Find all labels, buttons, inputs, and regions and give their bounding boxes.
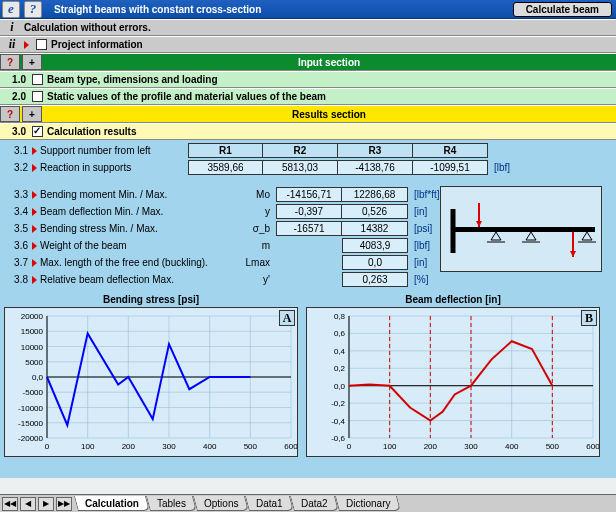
metric-symbol: m <box>240 240 276 251</box>
metric-min: -14156,71 <box>276 187 342 202</box>
svg-marker-5 <box>570 251 576 257</box>
metric-label: Weight of the beam <box>40 240 240 251</box>
beam-diagram-svg <box>441 187 603 273</box>
input-row-2[interactable]: 2.0 Static values of the profile and mat… <box>0 88 616 105</box>
svg-text:600: 600 <box>284 442 298 451</box>
tab-data2[interactable]: Data2 <box>290 496 339 511</box>
row-index: 3.6 <box>4 240 32 251</box>
unit-label: [lbf*ft] <box>408 189 440 200</box>
svg-text:0: 0 <box>347 442 352 451</box>
beam-deflection-chart-wrap: Beam deflection [in] B 01002003004005006… <box>306 292 600 457</box>
svg-text:20000: 20000 <box>21 312 44 321</box>
app-icon[interactable]: e <box>2 1 20 18</box>
beam-type-checkbox[interactable] <box>32 74 43 85</box>
metric-symbol: y' <box>240 274 276 285</box>
beam-deflection-chart: B 0100200300400500600-0,6-0,4-0,20,00,20… <box>306 307 600 457</box>
svg-marker-6 <box>491 232 501 240</box>
svg-text:-20000: -20000 <box>18 434 43 443</box>
metric-label: Max. length of the free end (buckling). <box>40 257 240 268</box>
results-help-button[interactable]: ? <box>0 106 20 122</box>
r3-header: R3 <box>338 143 413 158</box>
expand-icon[interactable] <box>32 259 37 267</box>
row-label: Static values of the profile and materia… <box>47 91 326 102</box>
r2-header: R2 <box>263 143 338 158</box>
expand-icon[interactable] <box>32 276 37 284</box>
svg-text:0,2: 0,2 <box>334 364 346 373</box>
bending-stress-title: Bending stress [psi] <box>4 292 298 307</box>
tab-nav-last[interactable]: ▶▶ <box>56 497 72 511</box>
metric-max: 0,0 <box>342 255 408 270</box>
metric-max: 12286,68 <box>342 187 408 202</box>
metric-max: 0,526 <box>342 204 408 219</box>
metric-label: Bending stress Min. / Max. <box>40 223 240 234</box>
expand-icon[interactable] <box>32 225 37 233</box>
svg-text:400: 400 <box>203 442 217 451</box>
metric-label: Relative beam deflection Max. <box>40 274 240 285</box>
input-help-button[interactable]: ? <box>0 54 20 70</box>
static-values-checkbox[interactable] <box>32 91 43 102</box>
row-index: 3.7 <box>4 257 32 268</box>
support-header-row: 3.1 Support number from left R1 R2 R3 R4 <box>4 142 612 159</box>
tab-tables[interactable]: Tables <box>146 496 197 511</box>
row-index: 3.4 <box>4 206 32 217</box>
r1-header: R1 <box>188 143 263 158</box>
row-index: 1.0 <box>0 74 28 85</box>
status-row-i: i Calculation without errors. <box>0 19 616 36</box>
expand-icon[interactable] <box>32 147 37 155</box>
page-title: Straight beams with constant cross-secti… <box>44 4 513 15</box>
results-row-30[interactable]: 3.0 Calculation results <box>0 123 616 140</box>
svg-marker-8 <box>582 232 592 240</box>
beam-diagram <box>440 186 602 272</box>
input-row-1[interactable]: 1.0 Beam type, dimensions and loading <box>0 71 616 88</box>
metric-max: 14382 <box>342 221 408 236</box>
svg-text:-10000: -10000 <box>18 404 43 413</box>
svg-text:-5000: -5000 <box>23 388 44 397</box>
unit-label: [lbf] <box>408 240 430 251</box>
results-expand-button[interactable]: + <box>22 106 42 122</box>
support-value-row: 3.2 Reaction in supports 3589,66 5813,03… <box>4 159 612 176</box>
r4-header: R4 <box>413 143 488 158</box>
row-index: 3.5 <box>4 223 32 234</box>
expand-icon[interactable] <box>32 242 37 250</box>
expand-icon[interactable] <box>32 164 37 172</box>
metric-symbol: Lmax <box>240 257 276 268</box>
beam-deflection-title: Beam deflection [in] <box>306 292 600 307</box>
svg-marker-3 <box>476 221 482 227</box>
tab-calculation[interactable]: Calculation <box>74 496 150 511</box>
svg-text:10000: 10000 <box>21 343 44 352</box>
calc-results-checkbox[interactable] <box>32 126 43 137</box>
expand-icon[interactable] <box>32 191 37 199</box>
expand-icon[interactable] <box>24 41 29 49</box>
svg-text:200: 200 <box>122 442 136 451</box>
unit-label: [%] <box>408 274 428 285</box>
svg-text:0,8: 0,8 <box>334 312 346 321</box>
row-index: 2.0 <box>0 91 28 102</box>
svg-text:300: 300 <box>464 442 478 451</box>
tab-dictionary[interactable]: Dictionary <box>335 496 401 511</box>
svg-text:0,4: 0,4 <box>334 347 346 356</box>
metric-row: 3.8Relative beam deflection Max.y'0,263[… <box>4 271 612 288</box>
metric-min: -16571 <box>276 221 342 236</box>
tab-data1[interactable]: Data1 <box>245 496 294 511</box>
tab-nav-first[interactable]: ◀◀ <box>2 497 18 511</box>
status-text-i: Calculation without errors. <box>24 22 151 33</box>
svg-text:400: 400 <box>505 442 519 451</box>
status-index-ii: ii <box>0 37 24 52</box>
tab-nav-prev[interactable]: ◀ <box>20 497 36 511</box>
svg-text:15000: 15000 <box>21 327 44 336</box>
help-icon[interactable]: ? <box>24 1 42 18</box>
tab-nav-next[interactable]: ▶ <box>38 497 54 511</box>
project-info-checkbox[interactable] <box>36 39 47 50</box>
r2-value: 5813,03 <box>263 160 338 175</box>
input-expand-button[interactable]: + <box>22 54 42 70</box>
unit-label: [lbf] <box>488 162 510 173</box>
svg-text:100: 100 <box>81 442 95 451</box>
expand-icon[interactable] <box>32 208 37 216</box>
row-index: 3.8 <box>4 274 32 285</box>
row-label: Beam type, dimensions and loading <box>47 74 218 85</box>
calculate-beam-button[interactable]: Calculate beam <box>513 2 612 17</box>
svg-text:0,0: 0,0 <box>32 373 44 382</box>
r3-value: -4138,76 <box>338 160 413 175</box>
tab-options[interactable]: Options <box>193 496 249 511</box>
unit-label: [psi] <box>408 223 432 234</box>
